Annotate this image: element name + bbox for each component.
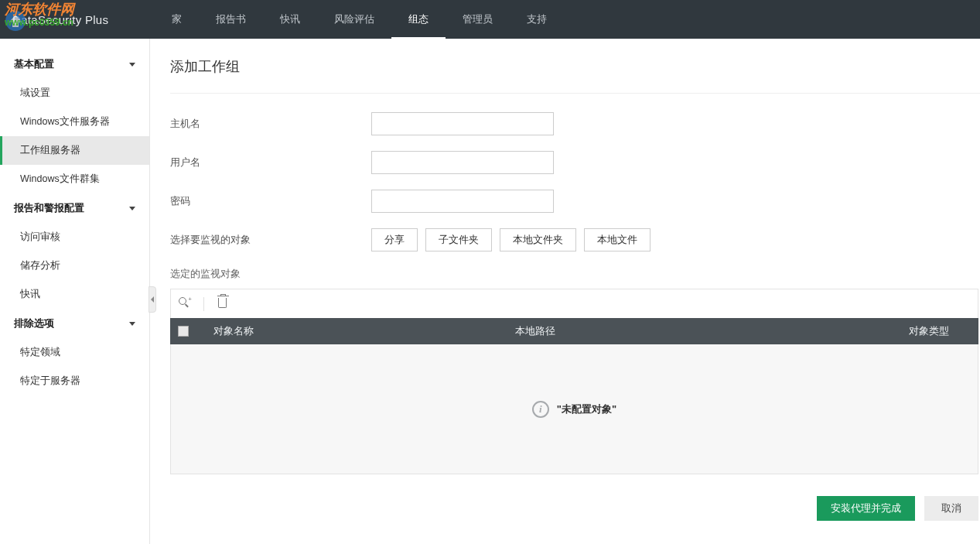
- topbar: 河东软件网 www.pc0359.cn DataSecurity Plus 家 …: [0, 0, 980, 39]
- obj-btn-subfolder[interactable]: 子文件夹: [425, 228, 492, 251]
- sidebar-section-label: 报告和警报配置: [14, 201, 84, 215]
- main-content: 添加工作组 主机名 用户名 密码 选择要监视的对象 分享 子文件夹 本地文件夹 …: [150, 39, 980, 544]
- search-add-icon[interactable]: +: [179, 297, 190, 310]
- sidebar-item-alerts[interactable]: 快讯: [0, 280, 149, 309]
- top-nav: 家 报告书 快讯 风险评估 组态 管理员 支持: [155, 0, 564, 39]
- table-toolbar: +: [170, 289, 978, 318]
- col-local-path: 本地路径: [515, 324, 909, 338]
- chevron-down-icon: [129, 63, 135, 67]
- obj-btn-localfile[interactable]: 本地文件: [584, 228, 650, 251]
- object-type-buttons: 分享 子文件夹 本地文件夹 本地文件: [371, 228, 650, 251]
- sidebar-section-exclude[interactable]: 排除选项: [0, 309, 149, 338]
- sidebar-section-basic[interactable]: 基本配置: [0, 50, 149, 79]
- col-object-type: 对象类型: [909, 324, 971, 338]
- install-agent-button[interactable]: 安装代理并完成: [817, 496, 915, 521]
- nav-admin[interactable]: 管理员: [446, 0, 510, 39]
- sidebar-collapse-handle[interactable]: [149, 286, 156, 313]
- sidebar-item-storage[interactable]: 储存分析: [0, 251, 149, 280]
- hostname-input[interactable]: [371, 112, 554, 135]
- page-title: 添加工作组: [170, 57, 980, 76]
- hostname-label: 主机名: [170, 117, 371, 131]
- username-input[interactable]: [371, 151, 554, 174]
- sidebar-item-domain[interactable]: 域设置: [0, 79, 149, 108]
- empty-state: i "未配置对象": [532, 401, 616, 418]
- sidebar: 基本配置 域设置 Windows文件服务器 工作组服务器 Windows文件群集…: [0, 39, 150, 544]
- sidebar-section-label: 基本配置: [14, 57, 54, 71]
- select-objects-label: 选择要监视的对象: [170, 233, 371, 247]
- selected-objects-label: 选定的监视对象: [170, 267, 980, 281]
- sidebar-section-reports[interactable]: 报告和警报配置: [0, 193, 149, 223]
- sidebar-item-spec-domain[interactable]: 特定领域: [0, 338, 149, 367]
- table-body: i "未配置对象": [170, 344, 978, 474]
- select-all-checkbox[interactable]: [178, 326, 189, 337]
- empty-text: "未配置对象": [557, 402, 616, 416]
- obj-btn-localfolder[interactable]: 本地文件夹: [500, 228, 576, 251]
- sidebar-item-workgroup[interactable]: 工作组服务器: [0, 136, 149, 165]
- nav-home[interactable]: 家: [155, 0, 199, 39]
- sidebar-item-spec-server[interactable]: 特定于服务器: [0, 367, 149, 395]
- nav-risk[interactable]: 风险评估: [317, 0, 391, 39]
- form-actions: 安装代理并完成 取消: [170, 496, 978, 521]
- nav-config[interactable]: 组态: [391, 0, 446, 39]
- divider: [203, 297, 204, 311]
- sidebar-item-access-audit[interactable]: 访问审核: [0, 223, 149, 251]
- password-label: 密码: [170, 194, 371, 208]
- sidebar-section-label: 排除选项: [14, 316, 54, 330]
- nav-support[interactable]: 支持: [510, 0, 564, 39]
- col-object-name: 对象名称: [206, 324, 515, 338]
- password-input[interactable]: [371, 190, 554, 213]
- table-header: 对象名称 本地路径 对象类型: [170, 318, 978, 344]
- sidebar-item-win-fileserver[interactable]: Windows文件服务器: [0, 108, 149, 136]
- obj-btn-share[interactable]: 分享: [371, 228, 418, 251]
- nav-reports[interactable]: 报告书: [199, 0, 263, 39]
- chevron-down-icon: [129, 207, 135, 210]
- info-icon: i: [532, 401, 549, 418]
- app-logo: DataSecurity Plus: [12, 13, 108, 26]
- nav-alerts[interactable]: 快讯: [263, 0, 317, 39]
- divider: [170, 93, 980, 94]
- chevron-down-icon: [129, 322, 135, 326]
- username-label: 用户名: [170, 156, 371, 169]
- sidebar-item-win-cluster[interactable]: Windows文件群集: [0, 165, 149, 193]
- trash-icon[interactable]: [218, 298, 227, 310]
- cancel-button[interactable]: 取消: [924, 496, 978, 521]
